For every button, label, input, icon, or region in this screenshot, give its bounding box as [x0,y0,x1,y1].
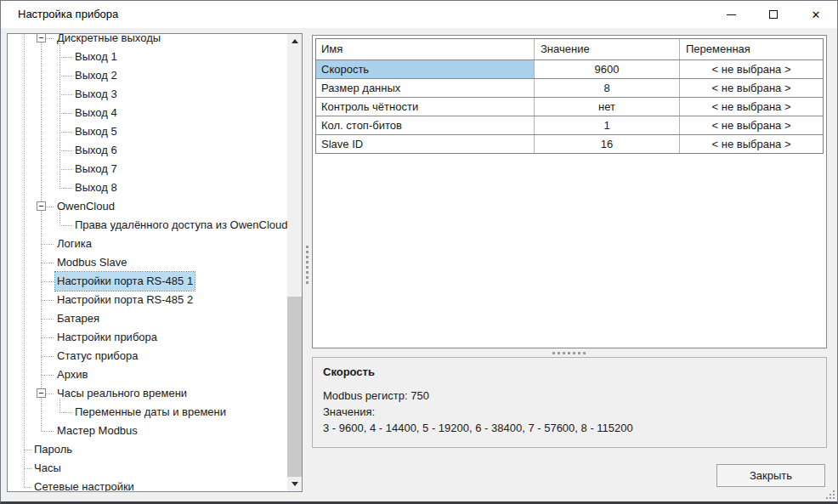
param-variable-cell[interactable]: < не выбрана > [680,135,823,153]
window-title: Настройка прибора [18,8,118,20]
tree-item-настройки-прибора[interactable]: Настройки прибора [8,328,287,347]
tree-item-архив[interactable]: Архив [8,365,287,384]
scroll-up-icon [292,39,298,43]
table-header-row: ИмяЗначениеПеременная [316,39,823,59]
tree-item-выход-4[interactable]: Выход 4 [8,104,287,122]
tree-item-настройки-порта-rs-485-2[interactable]: Настройки порта RS-485 2 [8,291,287,309]
param-name-cell[interactable]: Контроль чётности [316,98,535,116]
tree-item-статус-прибора[interactable]: Статус прибора [8,347,287,365]
column-header: Значение [535,39,680,59]
tree-connector [59,76,72,76]
tree-item-логика[interactable]: Логика [8,235,287,253]
tree-item-owencloud[interactable]: OwenCloud [8,197,287,216]
tree-item-батарея[interactable]: Батарея [8,309,287,328]
tree-item-часы[interactable]: Часы [8,459,287,478]
caption-buttons: ✕ [710,1,837,28]
description-line: 3 - 9600, 4 - 14400, 5 - 19200, 6 - 3840… [323,420,816,436]
tree-item-выход-2[interactable]: Выход 2 [8,66,287,85]
close-window-button[interactable]: ✕ [795,1,837,28]
param-variable-cell[interactable]: < не выбрана > [680,79,823,97]
table-row[interactable]: Slave ID16< не выбрана > [316,134,823,153]
param-name-cell[interactable]: Кол. стоп-битов [316,116,535,134]
minimize-icon [727,14,736,15]
collapse-expander-icon[interactable] [37,34,46,42]
device-settings-dialog: Настройка прибора ✕ Дискретные выходыВых… [0,0,838,504]
tree-connector [59,94,72,95]
param-variable-cell[interactable]: < не выбрана > [680,98,823,116]
tree-item-label: Дискретные выходы [57,34,161,48]
param-value-cell[interactable]: 16 [535,135,680,153]
tree-connector [59,113,72,114]
minimize-button[interactable] [710,1,752,28]
tree-item-переменные-даты-и-времени[interactable]: Переменные даты и времени [8,403,287,422]
minus-glyph [39,206,43,207]
tree-item-label: Пароль [34,440,72,459]
tree-item-label: Переменные даты и времени [75,403,226,422]
param-value-cell[interactable]: нет [535,98,680,116]
tree-item-выход-8[interactable]: Выход 8 [8,178,287,197]
param-name-cell[interactable]: Скорость [316,60,535,78]
maximize-button[interactable] [752,1,795,28]
tree-item-выход-1[interactable]: Выход 1 [8,48,287,66]
close-icon: ✕ [812,9,821,20]
tree-connector [24,450,31,450]
collapse-expander-icon[interactable] [37,201,46,211]
tree-item-мастер-modbus[interactable]: Мастер Modbus [8,422,287,440]
tree-item-настройки-порта-rs-485-1[interactable]: Настройки порта RS-485 1 [8,272,287,291]
tree-item-label: Modbus Slave [57,253,127,272]
tree-item-сетевые-настройки[interactable]: Сетевые настройки [8,478,287,491]
table-row[interactable]: Кол. стоп-битов1< не выбрана > [316,116,823,134]
tree-item-права-удалённого-доступа-из-owencloud[interactable]: Права удалённого доступа из OwenCloud [8,216,287,235]
tree-item-label: Права удалённого доступа из OwenCloud [75,216,287,235]
description-line: Значения: [323,404,816,420]
collapse-expander-icon[interactable] [37,388,46,398]
tree-item-label: Выход 7 [75,160,117,178]
param-variable-cell[interactable]: < не выбрана > [680,60,823,78]
vertical-splitter[interactable] [303,33,312,492]
tree-item-label: Выход 5 [75,122,117,141]
resize-grip-icon[interactable] [826,490,835,499]
param-value-cell[interactable]: 1 [535,116,680,134]
description-line: Modbus регистр: 750 [323,388,816,404]
tree-item-label: Выход 1 [75,48,117,66]
param-value-cell[interactable]: 9600 [535,60,680,78]
tree-item-дискретные-выходы[interactable]: Дискретные выходы [8,34,287,48]
tree-connector [41,319,54,320]
description-title: Скорость [323,365,816,378]
vertical-splitter-grip [306,246,309,285]
tree-item-label: Выход 6 [75,141,117,160]
tree-item-label: Выход 8 [75,178,117,197]
tree-item-часы-реального-времени[interactable]: Часы реального времени [8,384,287,403]
tree-item-label: Логика [57,235,92,253]
scroll-up-button[interactable] [287,34,302,48]
param-value-cell[interactable]: 8 [535,79,680,97]
tree-scrollbar[interactable] [287,34,302,491]
tree-connector [59,169,72,170]
horizontal-splitter-grip [552,352,586,354]
tree-item-label: Выход 3 [75,85,117,104]
tree-item-пароль[interactable]: Пароль [8,440,287,459]
column-header: Переменная [680,39,823,59]
horizontal-splitter[interactable] [312,348,827,357]
tree-item-выход-3[interactable]: Выход 3 [8,85,287,104]
tree-item-выход-5[interactable]: Выход 5 [8,122,287,141]
param-name-cell[interactable]: Slave ID [316,135,535,153]
tree-item-выход-6[interactable]: Выход 6 [8,141,287,160]
scroll-down-button[interactable] [287,477,302,491]
table-row[interactable]: Размер данных8< не выбрана > [316,78,823,97]
scrollbar-thumb[interactable] [287,297,302,477]
tree-connector [41,431,54,432]
tree-item-выход-7[interactable]: Выход 7 [8,160,287,178]
table-row[interactable]: Скорость9600< не выбрана > [316,59,823,78]
tree-item-modbus-slave[interactable]: Modbus Slave [8,253,287,272]
param-name-cell[interactable]: Размер данных [316,79,535,97]
param-variable-cell[interactable]: < не выбрана > [680,116,823,134]
tree-item-label: Часы реального времени [57,384,187,403]
close-button[interactable]: Закрыть [716,464,825,487]
tree-connector [59,188,72,189]
tree-item-label: Настройки порта RS-485 2 [57,291,193,309]
table-row[interactable]: Контроль чётностинет< не выбрана > [316,97,823,116]
tree-connector [24,468,31,469]
tree-connector [41,337,54,338]
tree-item-label: OwenCloud [57,197,115,216]
